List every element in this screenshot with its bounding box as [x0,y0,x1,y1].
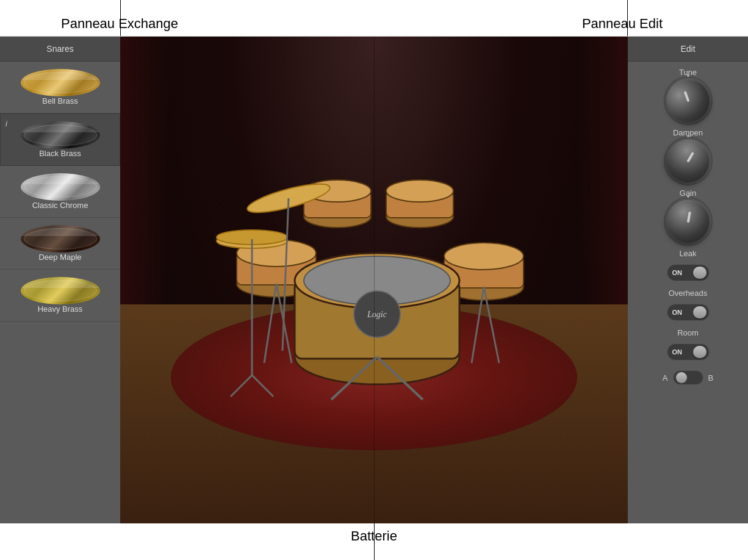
svg-text:Logic: Logic [367,310,387,319]
snare-drum-classic-chrome [21,173,100,201]
leak-control: Leak ON [628,249,748,281]
room-control: Room ON [628,328,748,361]
room-toggle[interactable]: ON [667,343,710,361]
drum-stage-panel: Logic [120,37,628,523]
room-toggle-thumb [693,346,707,358]
snare-label-bell-brass: Bell Brass [42,96,78,106]
tune-knob-container [667,79,710,122]
ab-b-label: B [708,373,714,382]
dampen-knob-top-dot [687,135,689,137]
overheads-toggle-thumb [693,306,707,318]
overheads-toggle[interactable]: ON [667,304,710,321]
room-label: Room [634,328,742,337]
annotation-line-left [120,0,121,37]
ab-a-label: A [663,373,668,382]
svg-line-33 [231,375,252,397]
snare-label-heavy-brass: Heavy Brass [38,304,83,314]
edit-panel: Edit Tune Dampen [628,37,748,523]
bottom-annotation-bar: Batterie [0,523,748,560]
snare-item-classic-chrome[interactable]: Classic Chrome [0,166,120,218]
ab-switch[interactable] [673,370,703,385]
snare-drum-bell-brass [21,69,100,96]
ab-thumb [676,372,687,383]
dampen-knob-container [667,140,710,182]
dampen-knob[interactable] [659,132,717,190]
snare-drum-deep-maple [21,225,100,253]
main-container: Snares Bell Brass i Black Brass Classic … [0,37,748,523]
leak-toggle-thumb [693,267,707,279]
tune-control: Tune [628,68,748,122]
annotation-top-bottom-line [0,36,748,37]
room-toggle-on-label: ON [672,348,683,356]
edit-controls: Tune Dampen Gain [628,62,748,391]
snare-label-black-brass: Black Brass [39,149,81,158]
drum-oval-top-maple [21,225,100,236]
overheads-control: Overheads ON [628,289,748,321]
snare-item-black-brass[interactable]: i Black Brass [0,113,120,166]
dampen-control: Dampen [628,128,748,182]
tune-knob-top-dot [687,74,689,77]
snares-panel-header: Snares [0,37,120,62]
gain-knob-top-dot [687,195,689,198]
snare-item-deep-maple[interactable]: Deep Maple [0,218,120,270]
leak-label: Leak [634,249,742,258]
edit-panel-header: Edit [628,37,748,62]
snare-label-classic-chrome: Classic Chrome [32,201,88,210]
panneau-edit-label: Panneau Edit [582,16,663,32]
leak-toggle[interactable]: ON [667,264,710,281]
drum-oval-top [21,69,100,80]
drum-oval-top-chrome [21,173,100,184]
snare-drum-heavy-brass [21,277,100,304]
batterie-label: Batterie [351,528,397,544]
drum-oval-top-black [21,121,100,132]
svg-point-5 [444,243,523,270]
drum-kit-visual: Logic [197,119,551,412]
tune-knob[interactable] [661,73,716,128]
svg-point-11 [386,180,453,202]
snare-drum-black-brass [21,121,100,149]
ab-toggle-group: A B [656,370,719,385]
snares-panel: Snares Bell Brass i Black Brass Classic … [0,37,120,523]
snare-item-heavy-brass[interactable]: Heavy Brass [0,270,120,321]
svg-line-34 [252,375,273,397]
snare-item-bell-brass[interactable]: Bell Brass [0,62,120,113]
gain-knob-container [667,200,710,243]
info-badge-icon[interactable]: i [5,119,7,128]
snare-label-deep-maple: Deep Maple [38,253,81,262]
annotation-line-right [627,0,628,37]
gain-control: Gain [628,188,748,243]
overheads-label: Overheads [634,289,742,298]
drum-oval-top-heavy [21,277,100,288]
top-annotation-bar: Panneau Exchange Panneau Edit [0,0,748,37]
overheads-toggle-on-label: ON [672,309,683,316]
leak-toggle-on-label: ON [672,269,683,276]
